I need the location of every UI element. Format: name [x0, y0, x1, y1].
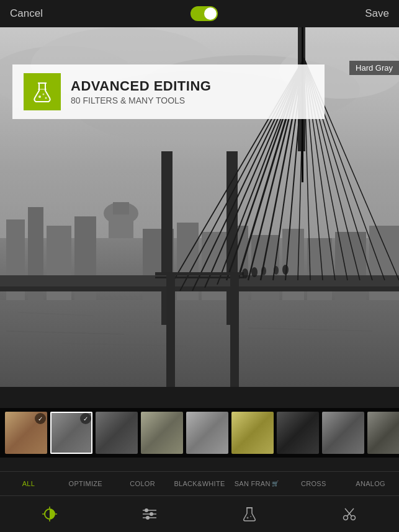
- preview-toggle[interactable]: [191, 6, 218, 21]
- filter-name-text: Hard Gray: [356, 63, 393, 73]
- svg-point-77: [145, 508, 148, 512]
- info-banner: ADVANCED EDITING 80 FILTERS & MANY TOOLS: [12, 64, 325, 119]
- svg-point-79: [146, 516, 150, 520]
- banner-icon: [24, 73, 61, 110]
- film-strip: ✓ ✓: [0, 408, 399, 458]
- cancel-button[interactable]: Cancel: [10, 7, 43, 20]
- save-button[interactable]: Save: [365, 7, 389, 20]
- tab-analog[interactable]: ANALOG: [342, 472, 399, 495]
- main-image: Hard Gray ADVANCED EDITING 80 FILTERS & …: [0, 27, 399, 387]
- svg-point-60: [274, 266, 279, 275]
- cart-icon: 🛒: [272, 481, 279, 487]
- svg-rect-55: [166, 275, 175, 387]
- film-thumb-8[interactable]: [322, 412, 364, 454]
- top-bar: Cancel Save: [0, 0, 399, 27]
- svg-point-82: [250, 516, 251, 517]
- svg-rect-12: [109, 212, 133, 238]
- tab-all[interactable]: ALL: [0, 472, 57, 495]
- svg-point-68: [45, 97, 47, 99]
- sliders-tool-button[interactable]: [136, 500, 163, 528]
- film-thumb-4[interactable]: [141, 412, 183, 454]
- svg-point-78: [150, 512, 153, 516]
- film-thumb-7[interactable]: [277, 412, 319, 454]
- checkmark-icon: ✓: [35, 413, 46, 424]
- tab-blackwhite[interactable]: BLACK&WHITE: [171, 472, 228, 495]
- toggle-container: [191, 6, 218, 21]
- film-thumb-5[interactable]: [186, 412, 228, 454]
- svg-point-67: [43, 94, 45, 95]
- film-thumb-9[interactable]: [367, 412, 399, 454]
- tab-optimize[interactable]: OPTIMIZE: [57, 472, 114, 495]
- checkmark-icon: ✓: [80, 413, 91, 424]
- film-thumb-3[interactable]: [96, 412, 138, 454]
- banner-subtitle: 80 FILTERS & MANY TOOLS: [71, 95, 211, 105]
- svg-rect-32: [0, 286, 399, 291]
- svg-point-66: [38, 95, 41, 98]
- filter-label: Hard Gray: [349, 61, 399, 75]
- svg-point-58: [251, 267, 258, 277]
- svg-point-61: [282, 265, 289, 275]
- svg-rect-13: [113, 202, 129, 215]
- svg-rect-53: [155, 272, 244, 275]
- banner-text: ADVANCED EDITING 80 FILTERS & MANY TOOLS: [71, 78, 211, 105]
- tab-sanfran[interactable]: SAN FRAN 🛒: [228, 472, 285, 495]
- film-thumb-1[interactable]: ✓: [5, 412, 47, 454]
- tab-color[interactable]: COLOR: [114, 472, 171, 495]
- svg-point-57: [242, 268, 248, 278]
- svg-rect-23: [0, 300, 399, 387]
- flask-tool-button[interactable]: [236, 500, 263, 528]
- tab-cross[interactable]: CROSS: [285, 472, 342, 495]
- category-tabs: ALL OPTIMIZE COLOR BLACK&WHITE SAN FRAN …: [0, 471, 399, 496]
- film-thumb-2[interactable]: ✓: [50, 412, 92, 454]
- brightness-tool-button[interactable]: [36, 500, 63, 528]
- film-thumb-6[interactable]: [231, 412, 274, 454]
- svg-rect-56: [230, 275, 239, 387]
- bottom-toolbar: [0, 496, 399, 532]
- scissors-tool-button[interactable]: [336, 500, 363, 528]
- banner-title: ADVANCED EDITING: [71, 78, 211, 94]
- svg-point-81: [246, 517, 248, 519]
- svg-point-59: [261, 267, 266, 275]
